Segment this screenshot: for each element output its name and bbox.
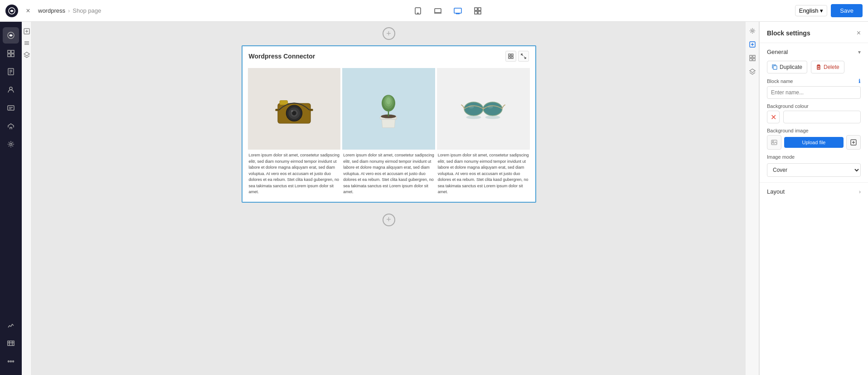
rpanel-block-icon[interactable]	[747, 53, 758, 63]
general-section-header[interactable]: General ▾	[767, 49, 861, 55]
svg-point-2	[418, 13, 419, 14]
panel-header: Block settings ×	[760, 22, 868, 43]
rpanel-layers-icon[interactable]	[747, 66, 758, 77]
svg-rect-11	[11, 50, 14, 53]
product-grid: Lorem ipsum dolor sit amet, consetetur s…	[242, 65, 535, 202]
add-block-bottom-button[interactable]: +	[383, 214, 395, 226]
block-edit-icon[interactable]	[505, 51, 516, 62]
save-button[interactable]: Save	[831, 4, 863, 17]
color-clear-icon: ✕	[771, 113, 776, 122]
product-text-2: Lorem ipsum dolor sit amet, consetetur s…	[342, 150, 435, 196]
panel-close-button[interactable]: ×	[857, 29, 861, 37]
color-clear-button[interactable]: ✕	[767, 111, 780, 123]
panel-title: Block settings	[767, 29, 810, 37]
sidebar-item-analytics[interactable]	[3, 317, 19, 333]
svg-point-43	[483, 102, 502, 116]
breadcrumb: wordpress › Shop page	[38, 7, 101, 14]
sidebar-item-settings[interactable]	[3, 136, 19, 152]
canvas-area: + Wordpress Connector	[32, 22, 746, 375]
svg-rect-34	[309, 109, 313, 111]
product-text-3: Lorem ipsum dolor sit amet, consetetur s…	[437, 150, 530, 196]
upload-media-button[interactable]	[846, 135, 861, 150]
sidebar-item-forms[interactable]	[3, 100, 19, 116]
right-panel: Block settings × General ▾ Duplicate Del…	[759, 22, 868, 375]
right-panel-icon-strip	[746, 22, 759, 375]
product-item: Lorem ipsum dolor sit amet, consetetur s…	[341, 67, 436, 197]
page-name: Shop page	[73, 7, 101, 14]
tablet-view-button[interactable]	[412, 5, 424, 17]
bg-colour-row: ✕	[767, 111, 861, 123]
block-title-bar: Wordpress Connector	[242, 46, 535, 65]
desktop-view-button[interactable]	[451, 5, 464, 17]
topbar: × wordpress › Shop page English ▾ Save	[0, 0, 868, 22]
sidebar-item-apps[interactable]	[3, 353, 19, 370]
close-button[interactable]: ×	[22, 5, 34, 17]
sidebar-item-marketing[interactable]	[3, 118, 19, 134]
svg-rect-52	[750, 58, 752, 61]
image-mode-label: Image mode	[767, 154, 861, 160]
left-sidebar	[0, 22, 22, 375]
svg-point-46	[466, 116, 481, 119]
svg-point-19	[10, 361, 12, 362]
bg-image-label: Background image	[767, 128, 861, 133]
svg-rect-18	[8, 341, 14, 346]
block-name-info-icon: ℹ	[858, 78, 861, 84]
language-selector[interactable]: English ▾	[795, 5, 828, 16]
svg-rect-50	[750, 55, 752, 58]
svg-rect-54	[773, 66, 777, 69]
main-layout: + Wordpress Connector	[0, 22, 868, 375]
site-name: wordpress	[38, 7, 65, 14]
layout-label: Layout	[767, 188, 785, 195]
svg-rect-12	[8, 54, 10, 57]
layout-chevron-icon: ›	[859, 189, 861, 195]
color-value-display[interactable]	[783, 111, 861, 123]
svg-rect-51	[753, 55, 755, 58]
add-block-top-button[interactable]: +	[383, 27, 395, 40]
svg-rect-32	[280, 101, 288, 105]
device-switcher	[105, 5, 791, 17]
sidebar-item-users[interactable]	[3, 82, 19, 98]
block-container: Wordpress Connector	[242, 45, 536, 203]
sidebar-item-layers[interactable]	[3, 45, 19, 62]
duplicate-label: Duplicate	[780, 64, 802, 70]
laptop-view-button[interactable]	[432, 5, 444, 17]
duplicate-button[interactable]: Duplicate	[767, 61, 807, 73]
svg-rect-3	[435, 9, 441, 13]
svg-rect-23	[509, 54, 510, 56]
block-name-field-label: Block name ℹ	[767, 78, 861, 84]
svg-point-48	[752, 30, 753, 32]
svg-point-42	[464, 102, 483, 116]
second-sidebar	[22, 22, 32, 375]
sidebar-item-table[interactable]	[3, 335, 19, 351]
image-mode-select[interactable]: Cover Contain Repeat Auto	[767, 163, 861, 177]
sidebar-item-pages[interactable]	[3, 63, 19, 80]
layout-section[interactable]: Layout ›	[760, 183, 868, 200]
bg-image-preview[interactable]	[767, 135, 781, 150]
delete-button[interactable]: Delete	[811, 61, 844, 73]
block-name-input[interactable]	[767, 86, 861, 99]
upload-file-button[interactable]: Upload file	[784, 137, 844, 148]
rpanel-settings-icon[interactable]	[747, 25, 758, 36]
second-sidebar-icon-settings[interactable]	[23, 39, 31, 47]
svg-rect-26	[511, 57, 513, 58]
block-actions	[505, 51, 529, 62]
svg-rect-53	[753, 58, 755, 61]
second-sidebar-icon-add[interactable]	[23, 27, 31, 35]
block-resize-icon[interactable]	[518, 51, 529, 62]
svg-point-35	[291, 110, 293, 112]
sidebar-item-dashboard[interactable]	[3, 27, 19, 44]
general-section: General ▾ Duplicate Delete Block name	[760, 43, 868, 183]
app-logo	[5, 5, 18, 17]
svg-point-47	[485, 116, 500, 119]
bg-image-row: Upload file	[767, 135, 861, 150]
second-sidebar-icon-layers[interactable]	[23, 51, 31, 59]
right-panel-wrapper: Block settings × General ▾ Duplicate Del…	[746, 22, 868, 375]
svg-point-15	[10, 87, 12, 90]
rpanel-add-icon[interactable]	[747, 39, 758, 50]
product-item: Lorem ipsum dolor sit amet, consetetur s…	[247, 67, 342, 197]
svg-rect-25	[509, 57, 510, 58]
bg-colour-label: Background colour	[767, 103, 861, 109]
grid-view-button[interactable]	[471, 5, 484, 17]
svg-rect-10	[8, 50, 10, 53]
svg-rect-5	[475, 8, 477, 10]
